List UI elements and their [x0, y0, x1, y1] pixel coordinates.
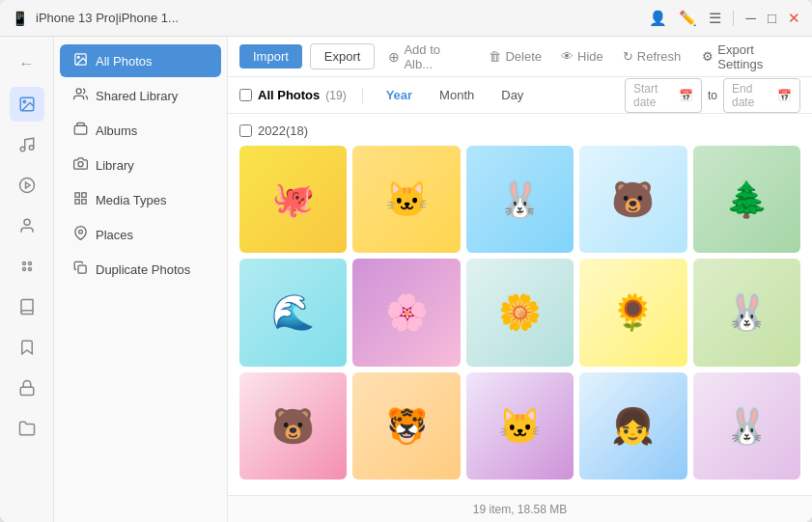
- duplicate-photos-label: Duplicate Photos: [96, 262, 190, 277]
- all-photos-checkbox-group: All Photos (19): [239, 88, 347, 102]
- hide-button[interactable]: 👁 Hide: [555, 45, 609, 68]
- svg-rect-18: [82, 193, 86, 197]
- svg-marker-5: [25, 182, 30, 188]
- delete-icon: 🗑: [489, 49, 501, 64]
- icon-bar-folder[interactable]: [10, 411, 44, 446]
- albums-icon: [73, 122, 88, 139]
- photo-item-15[interactable]: 🐰: [693, 372, 800, 480]
- sidebar-item-albums[interactable]: Albums: [60, 114, 221, 147]
- sidebar-item-shared-library[interactable]: Shared Library: [60, 79, 221, 112]
- svg-point-8: [28, 262, 31, 265]
- photo-item-6[interactable]: 🌊: [239, 259, 347, 366]
- svg-point-14: [76, 89, 81, 94]
- photos-count: (19): [325, 89, 346, 102]
- title-bar-icons: 👤 ✏️ ☰ ─ □ ✕: [649, 10, 800, 27]
- all-photos-filter-label: All Photos: [258, 88, 320, 102]
- sidebar: All Photos Shared Library Albums Library: [54, 37, 228, 522]
- svg-point-6: [24, 219, 30, 225]
- export-button[interactable]: Export: [310, 43, 376, 69]
- delete-button[interactable]: 🗑 Delete: [483, 45, 547, 68]
- date-filter-group: Start date 📅 to End date 📅: [625, 78, 800, 113]
- svg-point-16: [78, 162, 83, 167]
- sidebar-item-duplicate-photos[interactable]: Duplicate Photos: [60, 253, 221, 286]
- status-text: 19 item, 18.58 MB: [473, 503, 567, 516]
- close-button[interactable]: ✕: [788, 10, 800, 27]
- refresh-icon: ↻: [623, 49, 633, 64]
- day-filter-button[interactable]: Day: [493, 85, 531, 105]
- main-layout: ←: [0, 37, 812, 522]
- month-filter-button[interactable]: Month: [432, 85, 482, 105]
- content-area: Import Export ⊕ Add to Alb... 🗑 Delete 👁…: [228, 37, 812, 522]
- photo-item-3[interactable]: 🐰: [466, 146, 574, 253]
- shared-library-label: Shared Library: [96, 89, 178, 103]
- add-to-album-button[interactable]: ⊕ Add to Alb...: [382, 39, 475, 75]
- app-window: 📱 iPhone 13 Pro|iPhone 1... 👤 ✏️ ☰ ─ □ ✕…: [0, 0, 812, 522]
- maximize-button[interactable]: □: [768, 10, 776, 26]
- photo-item-1[interactable]: 🐙: [239, 146, 347, 253]
- shared-library-icon: [73, 87, 88, 104]
- photo-item-14[interactable]: 👧: [579, 372, 686, 480]
- svg-point-7: [22, 262, 25, 265]
- icon-bar: ←: [0, 37, 54, 522]
- start-date-input[interactable]: Start date 📅: [625, 78, 702, 113]
- end-date-input[interactable]: End date 📅: [723, 78, 800, 113]
- icon-bar-bookmark[interactable]: [10, 330, 44, 365]
- edit-icon[interactable]: ✏️: [679, 10, 697, 27]
- svg-rect-15: [74, 125, 87, 134]
- library-label: Library: [96, 158, 134, 173]
- photo-item-5[interactable]: 🌲: [693, 146, 800, 253]
- icon-bar-lock[interactable]: [10, 371, 44, 405]
- photo-item-11[interactable]: 🐻: [239, 372, 347, 480]
- sidebar-item-places[interactable]: Places: [60, 218, 221, 251]
- all-photos-icon: [73, 52, 88, 69]
- places-label: Places: [96, 228, 133, 242]
- photo-item-10[interactable]: 🐰: [693, 259, 800, 366]
- icon-bar-apps[interactable]: [10, 249, 44, 284]
- menu-icon[interactable]: ☰: [709, 10, 721, 27]
- svg-point-9: [22, 268, 25, 271]
- media-types-label: Media Types: [96, 193, 166, 207]
- sidebar-item-all-photos[interactable]: All Photos: [60, 44, 221, 77]
- separator: [733, 11, 734, 26]
- user-icon[interactable]: 👤: [649, 10, 667, 27]
- media-types-icon: [73, 191, 88, 208]
- import-button[interactable]: Import: [239, 44, 302, 69]
- year-filter-button[interactable]: Year: [378, 85, 420, 105]
- photo-item-9[interactable]: 🌻: [579, 259, 686, 366]
- svg-point-1: [23, 100, 25, 102]
- all-photos-checkbox[interactable]: [239, 89, 252, 101]
- minimize-button[interactable]: ─: [745, 10, 756, 26]
- photo-item-2[interactable]: 🐱: [352, 146, 460, 253]
- svg-rect-22: [78, 265, 86, 273]
- sidebar-item-media-types[interactable]: Media Types: [60, 183, 221, 216]
- svg-point-21: [79, 230, 83, 234]
- photo-item-13[interactable]: 🐱: [466, 372, 574, 480]
- icon-bar-contacts[interactable]: [10, 208, 44, 243]
- filter-separator: [362, 88, 363, 103]
- library-icon: [73, 156, 88, 174]
- albums-label: Albums: [96, 124, 137, 138]
- svg-point-3: [29, 146, 34, 151]
- date-range-to-label: to: [708, 89, 717, 102]
- icon-bar-books[interactable]: [10, 289, 44, 324]
- photo-item-12[interactable]: 🐯: [352, 372, 460, 480]
- photo-item-7[interactable]: 🌸: [352, 259, 460, 366]
- settings-icon: ⚙: [702, 49, 714, 64]
- photo-grid-container[interactable]: 2022(18) 🐙 🐱 🐰: [228, 114, 812, 495]
- icon-bar-back[interactable]: ←: [10, 46, 44, 81]
- export-settings-button[interactable]: ⚙ Export Settings: [702, 42, 800, 71]
- refresh-button[interactable]: ↻ Refresh: [617, 45, 687, 68]
- all-photos-label: All Photos: [96, 54, 153, 69]
- icon-bar-video[interactable]: [10, 168, 44, 203]
- svg-rect-20: [75, 200, 79, 204]
- icon-bar-music[interactable]: [10, 127, 44, 162]
- photo-item-8[interactable]: 🌼: [466, 259, 574, 366]
- calendar-icon-start: 📅: [679, 89, 693, 102]
- year-group-checkbox[interactable]: [239, 124, 252, 137]
- duplicate-photos-icon: [73, 261, 88, 278]
- icon-bar-photos[interactable]: [10, 87, 44, 122]
- sidebar-item-library[interactable]: Library: [60, 149, 221, 181]
- filter-bar: All Photos (19) Year Month Day Start dat…: [228, 77, 812, 114]
- year-group-header: 2022(18): [239, 124, 800, 138]
- photo-item-4[interactable]: 🐻: [579, 146, 686, 253]
